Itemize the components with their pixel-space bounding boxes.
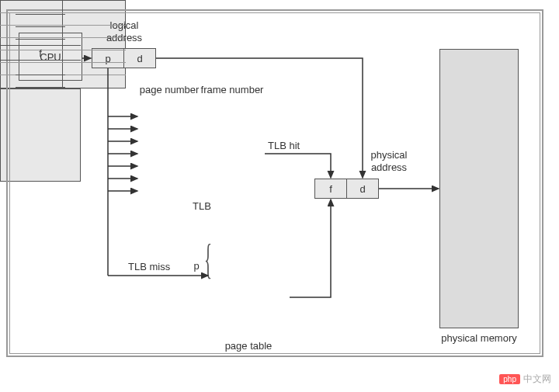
physical-address-f: f [314, 179, 347, 199]
d-label: d [359, 183, 365, 195]
pt-f-label: f [39, 47, 42, 59]
logical-address-d: d [123, 48, 156, 68]
watermark: php 中文网 [499, 373, 551, 386]
page-table-line [16, 39, 65, 40]
tlb-label: TLB [179, 200, 225, 212]
tlb-row-divider [0, 25, 126, 26]
physical-memory-box [439, 49, 519, 328]
d-label: d [137, 53, 142, 64]
physical-address-d: d [346, 179, 379, 199]
frame-number-label: frame number [200, 84, 264, 96]
tlb-miss-label: TLB miss [128, 261, 182, 272]
watermark-text: 中文网 [523, 373, 551, 386]
tlb-row-divider [0, 62, 126, 63]
tlb-row-divider [0, 37, 126, 38]
page-number-label: page number [138, 84, 200, 96]
watermark-badge: php [499, 374, 520, 384]
diagram-canvas: CPU logical address p d page number fram… [0, 0, 559, 392]
page-table-f-row: f [0, 45, 81, 61]
logical-address-label: logical address [92, 19, 157, 43]
f-label: f [329, 183, 332, 195]
tlb-row-divider [0, 12, 126, 13]
tlb-hit-label: TLB hit [268, 140, 314, 151]
physical-memory-label: physical memory [439, 332, 519, 345]
page-table-p-label: p [189, 260, 203, 272]
page-table-label: page table [217, 340, 280, 352]
logical-address-p: p [92, 48, 124, 68]
page-table-line [16, 26, 65, 27]
brace-icon: { [204, 235, 212, 283]
page-table-line [16, 87, 65, 88]
physical-address-label: physical address [362, 149, 416, 173]
page-table-line [16, 75, 65, 75]
page-table-line [16, 14, 65, 15]
